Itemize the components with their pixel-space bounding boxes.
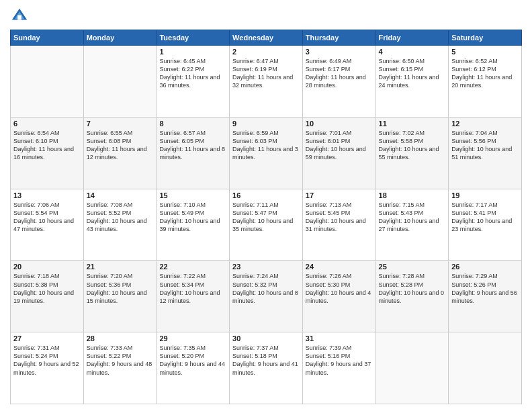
day-number: 25 — [379, 263, 446, 271]
day-number: 17 — [306, 191, 373, 199]
weekday-header: Friday — [375, 30, 449, 46]
calendar-week-row: 13Sunrise: 7:06 AM Sunset: 5:54 PM Dayli… — [11, 189, 522, 261]
calendar-cell: 9Sunrise: 6:59 AM Sunset: 6:03 PM Daylig… — [230, 117, 303, 189]
day-info: Sunrise: 7:26 AM Sunset: 5:30 PM Dayligh… — [306, 272, 373, 305]
day-info: Sunrise: 6:57 AM Sunset: 6:05 PM Dayligh… — [159, 129, 226, 162]
calendar-cell — [83, 46, 157, 118]
day-number: 15 — [159, 191, 226, 199]
calendar-cell: 31Sunrise: 7:39 AM Sunset: 5:16 PM Dayli… — [302, 332, 375, 404]
day-info: Sunrise: 6:45 AM Sunset: 6:22 PM Dayligh… — [159, 57, 226, 90]
calendar-cell: 11Sunrise: 7:02 AM Sunset: 5:58 PM Dayli… — [375, 117, 449, 189]
calendar-cell: 12Sunrise: 7:04 AM Sunset: 5:56 PM Dayli… — [449, 117, 522, 189]
calendar-cell — [449, 332, 522, 404]
header — [10, 7, 522, 26]
weekday-header: Thursday — [302, 30, 375, 46]
calendar-cell: 26Sunrise: 7:29 AM Sunset: 5:26 PM Dayli… — [449, 261, 522, 332]
logo-icon — [10, 7, 29, 26]
day-number: 10 — [306, 120, 373, 128]
calendar-cell — [11, 46, 84, 118]
calendar-cell: 21Sunrise: 7:20 AM Sunset: 5:36 PM Dayli… — [83, 261, 157, 332]
day-info: Sunrise: 7:06 AM Sunset: 5:54 PM Dayligh… — [13, 201, 81, 234]
calendar-week-row: 20Sunrise: 7:18 AM Sunset: 5:38 PM Dayli… — [11, 261, 522, 332]
calendar-week-row: 27Sunrise: 7:31 AM Sunset: 5:24 PM Dayli… — [11, 332, 522, 404]
calendar-header-row: SundayMondayTuesdayWednesdayThursdayFrid… — [11, 30, 522, 46]
day-number: 6 — [13, 120, 81, 128]
calendar-cell: 19Sunrise: 7:17 AM Sunset: 5:41 PM Dayli… — [449, 189, 522, 261]
logo — [10, 7, 32, 26]
calendar-cell: 28Sunrise: 7:33 AM Sunset: 5:22 PM Dayli… — [83, 332, 157, 404]
day-info: Sunrise: 7:33 AM Sunset: 5:22 PM Dayligh… — [87, 344, 154, 377]
calendar-cell: 14Sunrise: 7:08 AM Sunset: 5:52 PM Dayli… — [83, 189, 157, 261]
calendar-body: 1Sunrise: 6:45 AM Sunset: 6:22 PM Daylig… — [11, 46, 522, 404]
calendar-cell: 4Sunrise: 6:50 AM Sunset: 6:15 PM Daylig… — [375, 46, 449, 118]
day-number: 29 — [159, 334, 226, 342]
page: SundayMondayTuesdayWednesdayThursdayFrid… — [0, 0, 532, 411]
day-number: 4 — [379, 48, 446, 56]
calendar-cell: 25Sunrise: 7:28 AM Sunset: 5:28 PM Dayli… — [375, 261, 449, 332]
calendar-cell — [375, 332, 449, 404]
day-info: Sunrise: 7:04 AM Sunset: 5:56 PM Dayligh… — [451, 129, 519, 162]
calendar-cell: 1Sunrise: 6:45 AM Sunset: 6:22 PM Daylig… — [157, 46, 230, 118]
day-info: Sunrise: 7:18 AM Sunset: 5:38 PM Dayligh… — [13, 272, 81, 305]
calendar-cell: 5Sunrise: 6:52 AM Sunset: 6:12 PM Daylig… — [449, 46, 522, 118]
day-info: Sunrise: 7:37 AM Sunset: 5:18 PM Dayligh… — [232, 344, 300, 377]
weekday-header: Monday — [83, 30, 157, 46]
day-info: Sunrise: 6:49 AM Sunset: 6:17 PM Dayligh… — [306, 57, 373, 90]
day-number: 23 — [232, 263, 300, 271]
weekday-header: Tuesday — [157, 30, 230, 46]
day-number: 13 — [13, 191, 81, 199]
day-number: 27 — [13, 334, 81, 342]
day-info: Sunrise: 7:31 AM Sunset: 5:24 PM Dayligh… — [13, 344, 81, 377]
calendar-cell: 20Sunrise: 7:18 AM Sunset: 5:38 PM Dayli… — [11, 261, 84, 332]
day-info: Sunrise: 7:39 AM Sunset: 5:16 PM Dayligh… — [306, 344, 373, 377]
weekday-header: Sunday — [11, 30, 84, 46]
day-number: 16 — [232, 191, 300, 199]
day-info: Sunrise: 6:47 AM Sunset: 6:19 PM Dayligh… — [232, 57, 300, 90]
day-number: 28 — [87, 334, 154, 342]
day-number: 3 — [306, 48, 373, 56]
day-info: Sunrise: 6:50 AM Sunset: 6:15 PM Dayligh… — [379, 57, 446, 90]
day-number: 11 — [379, 120, 446, 128]
day-number: 26 — [451, 263, 519, 271]
day-info: Sunrise: 7:11 AM Sunset: 5:47 PM Dayligh… — [232, 201, 300, 234]
day-number: 19 — [451, 191, 519, 199]
day-number: 8 — [159, 120, 226, 128]
day-info: Sunrise: 7:17 AM Sunset: 5:41 PM Dayligh… — [451, 201, 519, 234]
day-info: Sunrise: 7:08 AM Sunset: 5:52 PM Dayligh… — [87, 201, 154, 234]
calendar-cell: 8Sunrise: 6:57 AM Sunset: 6:05 PM Daylig… — [157, 117, 230, 189]
calendar-cell: 22Sunrise: 7:22 AM Sunset: 5:34 PM Dayli… — [157, 261, 230, 332]
calendar-cell: 7Sunrise: 6:55 AM Sunset: 6:08 PM Daylig… — [83, 117, 157, 189]
day-info: Sunrise: 7:15 AM Sunset: 5:43 PM Dayligh… — [379, 201, 446, 234]
calendar-cell: 15Sunrise: 7:10 AM Sunset: 5:49 PM Dayli… — [157, 189, 230, 261]
day-info: Sunrise: 7:35 AM Sunset: 5:20 PM Dayligh… — [159, 344, 226, 377]
day-info: Sunrise: 7:20 AM Sunset: 5:36 PM Dayligh… — [87, 272, 154, 305]
calendar-cell: 30Sunrise: 7:37 AM Sunset: 5:18 PM Dayli… — [230, 332, 303, 404]
calendar-cell: 6Sunrise: 6:54 AM Sunset: 6:10 PM Daylig… — [11, 117, 84, 189]
day-info: Sunrise: 6:55 AM Sunset: 6:08 PM Dayligh… — [87, 129, 154, 162]
calendar-cell: 29Sunrise: 7:35 AM Sunset: 5:20 PM Dayli… — [157, 332, 230, 404]
day-number: 12 — [451, 120, 519, 128]
day-number: 21 — [87, 263, 154, 271]
weekday-header: Saturday — [449, 30, 522, 46]
day-number: 24 — [306, 263, 373, 271]
day-info: Sunrise: 6:59 AM Sunset: 6:03 PM Dayligh… — [232, 129, 300, 162]
calendar-cell: 13Sunrise: 7:06 AM Sunset: 5:54 PM Dayli… — [11, 189, 84, 261]
calendar-week-row: 1Sunrise: 6:45 AM Sunset: 6:22 PM Daylig… — [11, 46, 522, 118]
calendar-cell: 27Sunrise: 7:31 AM Sunset: 5:24 PM Dayli… — [11, 332, 84, 404]
day-number: 20 — [13, 263, 81, 271]
calendar-cell: 24Sunrise: 7:26 AM Sunset: 5:30 PM Dayli… — [302, 261, 375, 332]
day-number: 14 — [87, 191, 154, 199]
day-number: 30 — [232, 334, 300, 342]
calendar-week-row: 6Sunrise: 6:54 AM Sunset: 6:10 PM Daylig… — [11, 117, 522, 189]
calendar-cell: 2Sunrise: 6:47 AM Sunset: 6:19 PM Daylig… — [230, 46, 303, 118]
day-number: 1 — [159, 48, 226, 56]
day-number: 2 — [232, 48, 300, 56]
day-number: 31 — [306, 334, 373, 342]
day-info: Sunrise: 7:29 AM Sunset: 5:26 PM Dayligh… — [451, 272, 519, 305]
calendar-cell: 3Sunrise: 6:49 AM Sunset: 6:17 PM Daylig… — [302, 46, 375, 118]
day-info: Sunrise: 7:22 AM Sunset: 5:34 PM Dayligh… — [159, 272, 226, 305]
day-number: 9 — [232, 120, 300, 128]
calendar-cell: 18Sunrise: 7:15 AM Sunset: 5:43 PM Dayli… — [375, 189, 449, 261]
day-number: 7 — [87, 120, 154, 128]
day-info: Sunrise: 7:02 AM Sunset: 5:58 PM Dayligh… — [379, 129, 446, 162]
